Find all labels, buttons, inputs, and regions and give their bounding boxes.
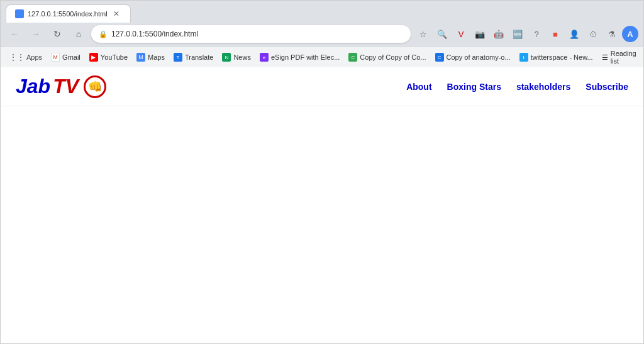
twitter-label: twitterspace - New... xyxy=(531,53,593,61)
brand-icon-button[interactable]: V xyxy=(452,25,470,43)
colorpicker-icon[interactable]: ■ xyxy=(547,25,564,43)
feature-icon-3[interactable]: 🆕 xyxy=(509,25,526,43)
tab-bar: 127.0.0.1:5500/index.html ✕ xyxy=(1,1,643,23)
profile-avatar[interactable]: A xyxy=(622,26,638,42)
chrome-ui: 127.0.0.1:5500/index.html ✕ ← → ↻ ⌂ 🔒 12… xyxy=(1,1,643,67)
site-main xyxy=(1,106,643,343)
bookmark-news[interactable]: N News xyxy=(218,52,255,63)
bookmark-gmail[interactable]: M Gmail xyxy=(47,52,84,63)
youtube-favicon: ▶ xyxy=(89,53,98,62)
maps-favicon: M xyxy=(136,53,145,62)
active-tab[interactable]: 127.0.0.1:5500/index.html ✕ xyxy=(6,4,131,23)
help-icon[interactable]: ? xyxy=(528,25,545,43)
back-button[interactable]: ← xyxy=(6,25,23,43)
reading-list-button[interactable]: ☰ Reading list xyxy=(598,48,640,66)
reading-list-label: Reading list xyxy=(611,50,636,65)
url-text: 127.0.0.1:5500/index.html xyxy=(111,30,198,38)
bookmarks-bar: ⋮⋮ Apps M Gmail ▶ YouTube M Maps T Trans xyxy=(1,47,643,67)
nav-boxing-stars-link[interactable]: Boxing Stars xyxy=(447,82,501,92)
bookmark-star-button[interactable]: ☆ xyxy=(414,25,432,43)
nav-subscribe-link[interactable]: Subscribe xyxy=(586,82,628,92)
address-bar[interactable]: 🔒 127.0.0.1:5500/index.html xyxy=(91,25,411,43)
nav-about-link[interactable]: About xyxy=(406,82,431,92)
apps-label: Apps xyxy=(26,53,42,61)
site-nav: About Boxing Stars stakeholders Subscrib… xyxy=(406,82,628,92)
tab-close-button[interactable]: ✕ xyxy=(111,9,121,19)
anatomy-label: Copy of anatomy-o... xyxy=(447,53,511,61)
logo-fist-icon: 👊 xyxy=(84,75,106,98)
bookmark-translate[interactable]: T Translate xyxy=(170,52,217,63)
gmail-favicon: M xyxy=(51,53,60,62)
bookmark-youtube[interactable]: ▶ YouTube xyxy=(86,52,131,63)
translate-favicon: T xyxy=(174,53,182,62)
site-logo[interactable]: Jab TV 👊 xyxy=(16,75,106,98)
feature-icon-2[interactable]: 🤖 xyxy=(490,25,508,43)
bookmark-twitter[interactable]: t twitterspace - New... xyxy=(516,52,597,63)
copy1-label: Copy of Copy of Co... xyxy=(360,53,426,61)
logo-jab-text: Jab xyxy=(16,75,50,98)
apps-launcher[interactable]: ⋮⋮ Apps xyxy=(6,52,46,63)
news-label: News xyxy=(233,53,251,61)
esign-label: eSign PDF with Elec... xyxy=(271,53,340,61)
timer-icon[interactable]: ⏲ xyxy=(584,25,602,43)
feature-icon-1[interactable]: 📷 xyxy=(471,25,489,43)
gmail-label: Gmail xyxy=(62,53,80,61)
bookmark-copy1[interactable]: C Copy of Copy of Co... xyxy=(345,52,430,63)
youtube-label: YouTube xyxy=(101,53,128,61)
browser-window: 127.0.0.1:5500/index.html ✕ ← → ↻ ⌂ 🔒 12… xyxy=(0,0,644,344)
extensions-button[interactable]: ⚗ xyxy=(603,25,621,43)
bookmark-anatomy[interactable]: C Copy of anatomy-o... xyxy=(431,52,514,63)
search-icon-button[interactable]: 🔍 xyxy=(433,25,451,43)
bookmark-maps[interactable]: M Maps xyxy=(133,52,169,63)
bookmark-esign[interactable]: e eSign PDF with Elec... xyxy=(256,52,343,63)
lock-icon: 🔒 xyxy=(99,30,108,38)
reload-button[interactable]: ↻ xyxy=(48,25,66,43)
logo-tv-text: TV xyxy=(53,75,79,98)
twitter-favicon: t xyxy=(519,53,528,62)
translate-label: Translate xyxy=(185,53,213,61)
omnibar-row: ← → ↻ ⌂ 🔒 127.0.0.1:5500/index.html ☆ 🔍 … xyxy=(1,23,643,47)
copy1-favicon: C xyxy=(348,53,357,62)
reading-list-icon: ☰ xyxy=(602,53,608,62)
maps-label: Maps xyxy=(148,53,165,61)
forward-button[interactable]: → xyxy=(27,25,45,43)
home-button[interactable]: ⌂ xyxy=(70,25,87,43)
nav-stakeholders-link[interactable]: stakeholders xyxy=(516,82,570,92)
esign-favicon: e xyxy=(260,53,269,62)
user-icon-button[interactable]: 👤 xyxy=(565,25,583,43)
news-favicon: N xyxy=(222,53,231,62)
website-content: Jab TV 👊 About Boxing Stars stakeholders… xyxy=(1,67,643,343)
tab-title: 127.0.0.1:5500/index.html xyxy=(28,10,108,18)
apps-grid-icon: ⋮⋮ xyxy=(9,53,25,62)
chrome-toolbar-icons: ☆ 🔍 V 📷 🤖 🆕 ? ■ 👤 ⏲ ⚗ A xyxy=(414,25,638,43)
tab-favicon xyxy=(15,9,24,18)
anatomy-favicon: C xyxy=(435,53,444,62)
site-header: Jab TV 👊 About Boxing Stars stakeholders… xyxy=(1,67,643,106)
